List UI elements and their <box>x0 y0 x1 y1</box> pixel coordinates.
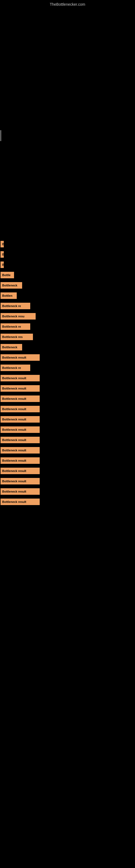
result-bar-16: Bottleneck result <box>1 396 40 402</box>
result-row-20: Bottleneck result <box>1 437 135 443</box>
result-bar-9: Bottleneck re <box>1 323 30 330</box>
result-row-2: B <box>1 251 135 258</box>
result-row-23: Bottleneck result <box>1 468 135 474</box>
vertical-line-indicator <box>1 130 1 141</box>
result-bar-15: Bottleneck result <box>1 385 40 392</box>
results-section: BBBBottleBottleneckBottlenBottleneck reB… <box>0 241 135 505</box>
result-row-4: Bottle <box>1 272 135 278</box>
site-title: TheBottlenecker.com <box>0 0 135 8</box>
result-bar-8: Bottleneck resu <box>1 313 36 319</box>
result-row-7: Bottleneck re <box>1 303 135 309</box>
result-row-16: Bottleneck result <box>1 396 135 402</box>
result-row-18: Bottleneck result <box>1 416 135 423</box>
result-row-3: B <box>1 261 135 268</box>
result-bar-18: Bottleneck result <box>1 416 40 423</box>
result-bar-1: B <box>1 241 4 247</box>
result-bar-10: Bottleneck res <box>1 334 33 340</box>
result-bar-7: Bottleneck re <box>1 303 30 309</box>
result-row-15: Bottleneck result <box>1 385 135 392</box>
result-bar-12: Bottleneck result <box>1 354 40 361</box>
result-bar-5: Bottleneck <box>1 282 22 289</box>
result-row-12: Bottleneck result <box>1 354 135 361</box>
chart-area <box>0 8 135 116</box>
result-row-19: Bottleneck result <box>1 426 135 433</box>
result-row-1: B <box>1 241 135 247</box>
result-row-6: Bottlen <box>1 292 135 299</box>
result-bar-20: Bottleneck result <box>1 437 40 443</box>
result-bar-25: Bottleneck result <box>1 488 40 495</box>
result-row-8: Bottleneck resu <box>1 313 135 319</box>
result-bar-23: Bottleneck result <box>1 468 40 474</box>
result-bar-26: Bottleneck result <box>1 499 40 505</box>
result-row-17: Bottleneck result <box>1 406 135 412</box>
result-bar-13: Bottleneck re <box>1 365 30 371</box>
result-row-11: Bottleneck <box>1 344 135 350</box>
result-bar-22: Bottleneck result <box>1 457 40 464</box>
result-bar-6: Bottlen <box>1 292 17 299</box>
result-bar-21: Bottleneck result <box>1 447 40 454</box>
result-row-13: Bottleneck re <box>1 365 135 371</box>
result-row-21: Bottleneck result <box>1 447 135 454</box>
result-bar-2: B <box>1 251 4 258</box>
result-row-9: Bottleneck re <box>1 323 135 330</box>
result-row-26: Bottleneck result <box>1 499 135 505</box>
result-bar-4: Bottle <box>1 272 14 278</box>
result-row-10: Bottleneck res <box>1 334 135 340</box>
result-bar-11: Bottleneck <box>1 344 22 350</box>
result-bar-14: Bottleneck result <box>1 375 40 381</box>
result-bar-17: Bottleneck result <box>1 406 40 412</box>
result-row-14: Bottleneck result <box>1 375 135 381</box>
result-bar-19: Bottleneck result <box>1 426 40 433</box>
result-row-22: Bottleneck result <box>1 457 135 464</box>
result-bar-24: Bottleneck result <box>1 478 40 485</box>
result-row-5: Bottleneck <box>1 282 135 289</box>
result-row-24: Bottleneck result <box>1 478 135 485</box>
result-row-25: Bottleneck result <box>1 488 135 495</box>
result-bar-3: B <box>1 261 4 268</box>
